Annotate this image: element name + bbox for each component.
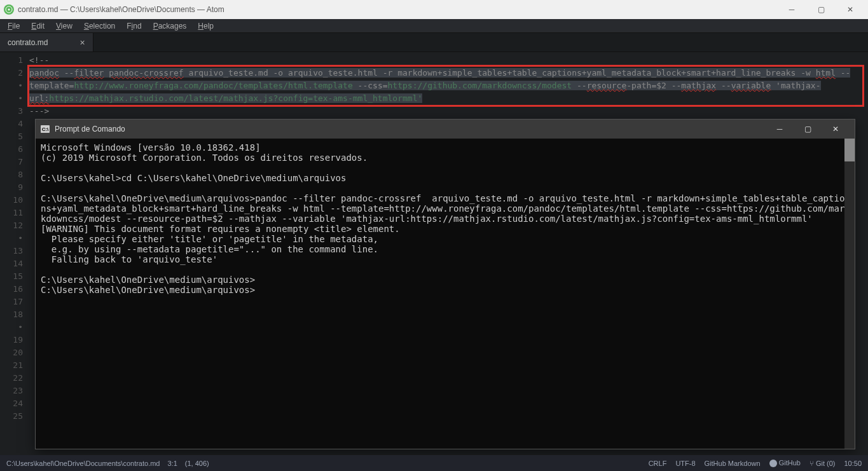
- line-number: •: [0, 321, 23, 334]
- line-number: 23: [0, 385, 23, 397]
- line-number: 24: [0, 397, 23, 410]
- statusbar: C:\Users\kahel\OneDrive\Documents\contra…: [0, 455, 868, 471]
- line-number: 15: [0, 270, 23, 283]
- window-title: contrato.md — C:\Users\kahel\OneDrive\Do…: [18, 5, 783, 14]
- line-number: 7: [0, 156, 23, 168]
- window-titlebar: contrato.md — C:\Users\kahel\OneDrive\Do…: [0, 0, 868, 19]
- line-number: 25: [0, 410, 23, 423]
- line-number: 10: [0, 194, 23, 207]
- line-number: 8: [0, 168, 23, 181]
- line-gutter: 1 2 • • 3 4 5 6 7 8 9 10 11 12 • 13 14 1…: [0, 52, 29, 455]
- code-text: <!--: [29, 55, 49, 65]
- line-number: 17: [0, 296, 23, 308]
- line-number: 22: [0, 372, 23, 385]
- line-number: 9: [0, 181, 23, 194]
- maximize-button[interactable]: ▢: [812, 5, 830, 14]
- line-number: 12: [0, 219, 23, 232]
- line-number: 1: [0, 54, 23, 67]
- status-line-ending[interactable]: CRLF: [649, 460, 667, 467]
- menu-edit[interactable]: Edit: [26, 20, 50, 32]
- tab-label: contrato.md: [8, 38, 48, 47]
- github-icon: [769, 460, 777, 467]
- cmd-output[interactable]: Microsoft Windows [versão 10.0.18362.418…: [36, 139, 855, 449]
- status-clock: 10:50: [844, 460, 862, 467]
- line-number: •: [0, 79, 23, 92]
- menu-help[interactable]: Help: [193, 20, 219, 32]
- menu-selection[interactable]: Selection: [79, 20, 120, 32]
- line-number: 4: [0, 118, 23, 130]
- line-number: 6: [0, 143, 23, 156]
- cmd-scroll-thumb[interactable]: [844, 139, 855, 161]
- atom-app-icon: [4, 4, 14, 15]
- window-controls: ─ ▢ ✕: [783, 5, 859, 14]
- status-git[interactable]: Git (0): [809, 460, 836, 467]
- status-selection: (1, 406): [185, 460, 209, 467]
- cmd-title: Prompt de Comando: [55, 125, 761, 133]
- cmd-maximize-button[interactable]: ▢: [794, 119, 822, 139]
- menu-view[interactable]: View: [51, 20, 78, 32]
- line-number: 5: [0, 130, 23, 143]
- svg-point-1: [8, 9, 10, 11]
- cmd-minimize-button[interactable]: ─: [766, 119, 794, 139]
- status-encoding[interactable]: UTF-8: [675, 460, 695, 467]
- line-number: 21: [0, 359, 23, 372]
- menu-find[interactable]: Find: [121, 20, 146, 32]
- line-number: 16: [0, 283, 23, 296]
- menubar: File Edit View Selection Find Packages H…: [0, 19, 868, 33]
- status-github[interactable]: GitHub: [769, 459, 801, 467]
- tab-close-icon[interactable]: ×: [79, 38, 85, 48]
- cmd-close-button[interactable]: ✕: [822, 119, 850, 139]
- tab-contrato-md[interactable]: contrato.md ×: [0, 33, 93, 51]
- cmd-icon: C:\: [41, 125, 50, 133]
- line-number: 2: [0, 67, 23, 79]
- line-number: 20: [0, 346, 23, 359]
- cmd-scrollbar[interactable]: [844, 139, 855, 449]
- code-text: --->: [29, 106, 49, 116]
- line-number: •: [0, 92, 23, 105]
- status-cursor-pos[interactable]: 3:1: [167, 460, 177, 467]
- command-prompt-window[interactable]: C:\ Prompt de Comando ─ ▢ ✕ Microsoft Wi…: [35, 119, 855, 449]
- menu-file[interactable]: File: [3, 20, 25, 32]
- line-number: 3: [0, 105, 23, 118]
- menu-packages[interactable]: Packages: [148, 20, 192, 32]
- close-button[interactable]: ✕: [841, 5, 859, 14]
- line-number: 11: [0, 207, 23, 219]
- cmd-titlebar[interactable]: C:\ Prompt de Comando ─ ▢ ✕: [36, 119, 855, 139]
- line-number: 14: [0, 257, 23, 270]
- line-number: 19: [0, 334, 23, 346]
- minimize-button[interactable]: ─: [783, 5, 801, 14]
- tabbar: contrato.md ×: [0, 33, 868, 52]
- status-file-path[interactable]: C:\Users\kahel\OneDrive\Documents\contra…: [6, 460, 160, 467]
- line-number: 18: [0, 308, 23, 321]
- line-number: •: [0, 232, 23, 245]
- line-number: 13: [0, 245, 23, 257]
- status-grammar[interactable]: GitHub Markdown: [705, 460, 761, 467]
